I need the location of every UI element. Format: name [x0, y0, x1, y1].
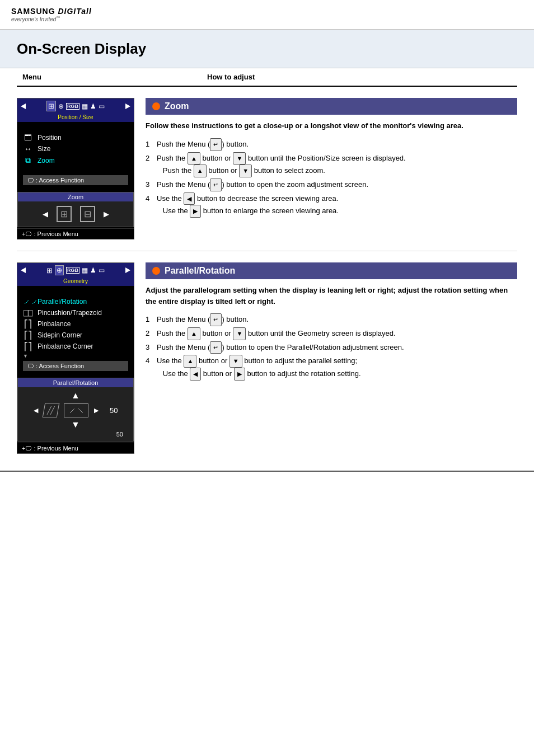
parallel-right-content: Parallel/Rotation Adjust the parallelogr… — [146, 262, 517, 454]
p-position-size-icon: ⊞ — [46, 266, 53, 275]
zoom-description: Follow these instructions to get a close… — [146, 120, 517, 132]
btn-right-4: ▶ — [190, 205, 201, 218]
arrow-right-icon — [125, 104, 130, 109]
parallel-value: 50 — [104, 406, 118, 415]
osd-top-bar: ⊞ ⊕ RGB ▦ ♟ ▭ — [17, 98, 134, 114]
sidepin-icon: ⎡⎤ — [23, 331, 33, 340]
parallel-step-2: 2 Push the ▲ button or ▼ button until th… — [146, 327, 517, 340]
osd-item-sidepin: ⎡⎤ Sidepin Corner — [23, 330, 128, 341]
pincushion-icon: ⎕⎕ — [23, 308, 33, 317]
size-icon: ↔ — [23, 144, 33, 153]
parallel-section-title: Parallel/Rotation — [146, 262, 517, 279]
position-size-icon: ⊞ — [46, 101, 56, 111]
p-arrows-icon: ⊕ — [55, 265, 64, 275]
adjust-header: How to adjust — [140, 73, 517, 81]
osd-zoom-controls: ◀ ⊞ ⊟ ▶ — [18, 201, 133, 227]
header: SAMSUNG DIGITall everyone's Invited™ — [0, 0, 534, 30]
osd-item-position: 🗔 Position — [23, 132, 128, 143]
menu-btn-1: ↵ — [210, 138, 222, 151]
btn-up-2b: ▲ — [194, 165, 207, 177]
osd-panel-zoom: ⊞ ⊕ RGB ▦ ♟ ▭ Position / Size ▲ 🗔 Positi… — [17, 98, 134, 240]
p-monitor-icon: ▭ — [99, 266, 105, 274]
zoom-step-2: 2 Push the ▲ button or ▼ button until th… — [146, 152, 517, 177]
position-icon: 🗔 — [23, 133, 33, 142]
p-rgb-icon: RGB — [66, 267, 79, 274]
zoom-left-arrow: ◀ — [43, 210, 48, 218]
parallel-description: Adjust the parallelogram setting when th… — [146, 285, 517, 307]
zoom-step-4: 4 Use the ◀ button to decrease the scree… — [146, 192, 517, 218]
parallel-title-dot — [152, 267, 160, 275]
osd-item-size: ↔ Size — [23, 143, 128, 154]
btn-left-4: ◀ — [184, 192, 195, 205]
zoom-icon: ⧉ — [23, 156, 33, 165]
arrow-left-icon — [21, 104, 26, 109]
par-left-arrow: ◀ — [34, 407, 38, 414]
btn-down-2: ▼ — [233, 152, 246, 165]
osd-parallel-title: Parallel/Rotation — [18, 378, 133, 387]
zoom-section: ⊞ ⊕ RGB ▦ ♟ ▭ Position / Size ▲ 🗔 Positi… — [17, 98, 517, 240]
zoom-step-3: 3 Push the Menu (↵) button to open the z… — [146, 179, 517, 191]
grid-icon: ▦ — [82, 102, 88, 110]
pinbalance-icon: ⎡⎤ — [23, 320, 33, 328]
zoom-expand-icon: ⊟ — [80, 206, 95, 222]
arrows-icon: ⊕ — [58, 102, 64, 110]
zoom-section-title: Zoom — [146, 98, 517, 115]
osd-item-pincushion: ⎕⎕ Pincushion/Trapezoid — [23, 307, 128, 318]
zoom-right-arrow: ▶ — [104, 210, 109, 218]
par-down-arrow: ▼ — [71, 420, 80, 429]
osd-item-pinbalance: ⎡⎤ Pinbalance — [23, 318, 128, 330]
osd-zoom-title: Zoom — [18, 192, 133, 201]
page-title: On-Screen Display — [17, 40, 517, 58]
par-btn-up-4: ▲ — [184, 355, 196, 368]
page-title-bar: On-Screen Display — [0, 30, 534, 68]
p-person-icon: ♟ — [90, 266, 96, 274]
par-btn-up-2: ▲ — [188, 327, 200, 340]
rotation-value: 50 — [24, 431, 128, 438]
par-horizontal-row: ◀ ⧸⧸ ⟋⟍ ▶ 50 — [34, 403, 118, 417]
osd-prev-menu: +🖵 : Previous Menu — [17, 228, 134, 239]
access-icon: 🖵 — [27, 177, 34, 184]
zoom-title-dot — [152, 102, 160, 110]
monitor-icon: ▭ — [99, 102, 105, 110]
menu-btn-3: ↵ — [210, 179, 222, 191]
osd-section-label: Position / Size — [17, 114, 134, 122]
par-btn-left-4: ◀ — [190, 368, 201, 381]
osd-access-function: 🖵 : Access Function — [23, 175, 128, 185]
osd-parallel-subpanel: Parallel/Rotation ▲ ◀ ⧸⧸ ⟋⟍ ▶ 50 ▼ — [17, 378, 134, 442]
osd-parallel-prev-menu: +🖵 : Previous Menu — [17, 443, 134, 453]
samsung-logo: SAMSUNG DIGITall everyone's Invited™ — [11, 7, 523, 22]
column-headers: Menu How to adjust — [17, 68, 517, 87]
pinbalance-corner-icon: ⎡⎤ — [23, 342, 33, 351]
parallel-arrow-right-icon — [125, 267, 130, 273]
parallel-section: ⊞ ⊕ RGB ▦ ♟ ▭ Geometry ▲ ⟋⟋ Parallel/Rot… — [17, 262, 517, 454]
osd-menu-items: ▲ 🗔 Position ↔ Size ⧉ Zoom ▼ 🖵 : Access … — [17, 122, 134, 191]
section-separator — [17, 251, 517, 251]
prev-menu-icon: +🖵 — [22, 231, 31, 237]
person-icon: ♟ — [90, 102, 96, 110]
access-icon-2: 🖵 — [27, 363, 34, 369]
osd-panel-parallel: ⊞ ⊕ RGB ▦ ♟ ▭ Geometry ▲ ⟋⟋ Parallel/Rot… — [17, 262, 134, 454]
par-btn-down-4: ▼ — [229, 355, 242, 368]
btn-down-2b: ▼ — [239, 165, 252, 177]
rgb-icon: RGB — [66, 103, 79, 110]
parallel-shape-icon: ⧸⧸ — [42, 403, 59, 417]
parallel-title-text: Parallel/Rotation — [165, 266, 235, 276]
p-grid-icon: ▦ — [82, 266, 88, 274]
parallel-arrow-left-icon — [21, 267, 26, 273]
osd-item-zoom: ⧉ Zoom — [23, 154, 128, 166]
osd-item-parallel: ⟋⟋ Parallel/Rotation — [23, 296, 128, 307]
osd-geometry-items: ▲ ⟋⟋ Parallel/Rotation ⎕⎕ Pincushion/Tra… — [17, 286, 134, 377]
par-btn-right-4: ▶ — [234, 368, 245, 381]
zoom-instructions: 1 Push the Menu (↵) button. 2 Push the ▲… — [146, 138, 517, 218]
parallel-step-3: 3 Push the Menu (↵) button to open the P… — [146, 341, 517, 354]
osd-geometry-label: Geometry — [17, 278, 134, 286]
osd-icons: ⊞ ⊕ RGB ▦ ♟ ▭ — [46, 101, 105, 111]
parallel-step-4: 4 Use the ▲ button or ▼ button to adjust… — [146, 355, 517, 380]
prev-menu-icon-2: +🖵 — [22, 445, 31, 452]
par-right-arrow: ▶ — [94, 407, 99, 414]
par-menu-btn-3: ↵ — [210, 341, 222, 354]
zoom-title-text: Zoom — [165, 101, 189, 111]
parallel-icon: ⟋⟋ — [23, 297, 33, 306]
osd-geometry-access: 🖵 : Access Function — [23, 361, 128, 371]
zoom-step-1: 1 Push the Menu (↵) button. — [146, 138, 517, 151]
